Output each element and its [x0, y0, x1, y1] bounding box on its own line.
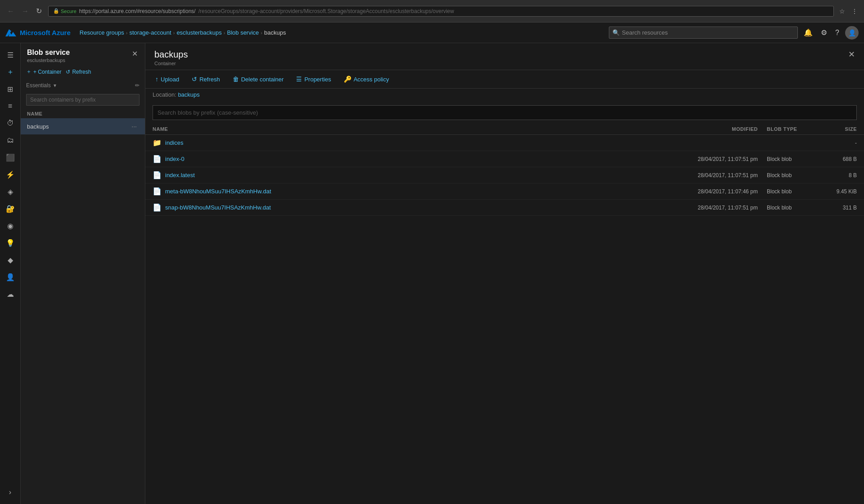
blob-row[interactable]: 📁 indices - [145, 135, 864, 151]
address-bar[interactable]: 🔒 Secure https://portal.azure.com/#resou… [48, 6, 834, 17]
essentials-edit-icon[interactable]: ✏ [135, 82, 140, 89]
blob-search-input[interactable] [153, 105, 857, 120]
blob-row[interactable]: 📄 index.latest 28/04/2017, 11:07:51 pm B… [145, 167, 864, 183]
azure-logo: Microsoft Azure [5, 29, 71, 36]
breadcrumb-esclusterbackups[interactable]: esclusterbackups [176, 29, 221, 36]
content-close-button[interactable]: ✕ [848, 49, 855, 59]
sidebar-dashboard-icon[interactable]: ⊞ [2, 81, 18, 97]
delete-icon: 🗑 [233, 76, 239, 83]
upload-button[interactable]: ↑ Upload [153, 74, 182, 85]
file-icon: 📄 [153, 187, 162, 196]
blob-name-text: meta-bW8NhouMSuu7IHSAzKmhHw.dat [165, 188, 271, 195]
container-name: backups [27, 123, 49, 130]
panel-refresh-button[interactable]: ↺ Refresh [66, 67, 91, 76]
panel-toolbar: ＋ + Container ↺ Refresh [21, 67, 145, 80]
sidebar-devops-icon[interactable]: ◆ [2, 252, 18, 268]
properties-icon: ☰ [296, 76, 302, 83]
breadcrumb-storage-account[interactable]: storage-account [129, 29, 171, 36]
sidebar-security-icon[interactable]: 🔐 [2, 201, 18, 217]
sidebar-allservices-icon[interactable]: ≡ [2, 98, 18, 114]
search-resources-input[interactable] [609, 27, 798, 39]
avatar[interactable]: 👤 [845, 26, 859, 40]
sidebar-advisor-icon[interactable]: 💡 [2, 235, 18, 251]
content-refresh-button[interactable]: ↺ Refresh [189, 74, 223, 85]
location-bar: Location: backups [145, 89, 864, 102]
help-button[interactable]: ? [833, 27, 842, 39]
secure-badge: 🔒 Secure [53, 8, 76, 14]
blob-row-name: 📄 meta-bW8NhouMSuu7IHSAzKmhHw.dat [153, 187, 663, 196]
sidebar-appservices-icon[interactable]: ⬛ [2, 149, 18, 165]
browser-chrome: ← → ↻ 🔒 Secure https://portal.azure.com/… [0, 0, 864, 22]
file-icon: 📄 [153, 171, 162, 179]
sidebar-functions-icon[interactable]: ⚡ [2, 166, 18, 183]
panel-title-block: Blob service esclusterbackups [27, 49, 70, 63]
blob-row-name: 📁 indices [153, 138, 663, 147]
left-panel-header: Blob service esclusterbackups ✕ [21, 43, 145, 67]
sidebar-monitor-icon[interactable]: ◉ [2, 218, 18, 234]
url-short: https://portal.azure.com/#resource/subsc… [79, 8, 196, 14]
main-layout: ☰ ＋ ⊞ ≡ ⏱ 🗂 ⬛ ⚡ ◈ 🔐 ◉ 💡 ◆ 👤 ☁ › Blob ser… [0, 43, 864, 504]
sidebar-create-icon[interactable]: ＋ [2, 64, 18, 80]
add-container-button[interactable]: ＋ + Container [26, 67, 61, 77]
blob-row-modified: 28/04/2017, 11:07:46 pm [663, 188, 767, 195]
sidebar-recent-icon[interactable]: ⏱ [2, 115, 18, 131]
search-container [21, 92, 145, 109]
col-header-modified: MODIFIED [663, 126, 767, 132]
access-policy-button[interactable]: 🔑 Access policy [341, 74, 392, 85]
blob-row-size: 9.45 KiB [821, 188, 857, 195]
sidebar-icons: ☰ ＋ ⊞ ≡ ⏱ 🗂 ⬛ ⚡ ◈ 🔐 ◉ 💡 ◆ 👤 ☁ › [0, 43, 21, 504]
blob-row-name: 📄 index.latest [153, 171, 663, 179]
blob-row-type: Block blob [767, 188, 821, 195]
left-panel: Blob service esclusterbackups ✕ ＋ + Cont… [21, 43, 145, 504]
blob-row-size: 8 B [821, 172, 857, 178]
breadcrumb-blob-service[interactable]: Blob service [227, 29, 259, 36]
notifications-button[interactable]: 🔔 [801, 26, 815, 39]
refresh-icon: ↺ [66, 69, 70, 75]
main-content: backups Container ✕ ↑ Upload ↺ Refresh 🗑… [145, 43, 864, 504]
sidebar-user-icon[interactable]: 👤 [2, 269, 18, 285]
top-nav: Microsoft Azure Resource groups › storag… [0, 22, 864, 43]
container-search-input[interactable] [26, 94, 140, 106]
forward-button[interactable]: → [19, 5, 32, 17]
breadcrumb: Resource groups › storage-account › escl… [80, 29, 609, 36]
blob-row[interactable]: 📄 meta-bW8NhouMSuu7IHSAzKmhHw.dat 28/04/… [145, 183, 864, 200]
container-more-button[interactable]: ··· [130, 122, 139, 131]
properties-button[interactable]: ☰ Properties [293, 74, 333, 85]
panel-close-button[interactable]: ✕ [131, 49, 139, 59]
menu-button[interactable]: ⋮ [850, 6, 860, 17]
sidebar-menu-icon[interactable]: ☰ [2, 47, 18, 63]
sidebar-resourcegroups-icon[interactable]: 🗂 [2, 132, 18, 148]
blob-name-text: snap-bW8NhouMSuu7IHSAzKmhHw.dat [165, 204, 271, 211]
sidebar-expand-icon[interactable]: › [2, 484, 18, 500]
location-link[interactable]: backups [178, 91, 199, 98]
blob-row-modified: 28/04/2017, 11:07:51 pm [663, 156, 767, 162]
browser-actions: ☆ ⋮ [837, 6, 860, 17]
delete-container-button[interactable]: 🗑 Delete container [230, 74, 287, 85]
sidebar-storage-icon[interactable]: ◈ [2, 183, 18, 200]
container-item-backups[interactable]: backups ··· [21, 118, 145, 134]
add-icon: ＋ [26, 68, 32, 76]
sidebar-cloud-icon[interactable]: ☁ [2, 286, 18, 302]
azure-logo-text: Microsoft Azure [20, 29, 71, 36]
settings-button[interactable]: ⚙ [819, 26, 829, 39]
breadcrumb-resource-groups[interactable]: Resource groups [80, 29, 124, 36]
url-full: /resourceGroups/storage-account/provider… [198, 8, 829, 14]
blob-search [145, 102, 864, 124]
top-nav-right: 🔍 🔔 ⚙ ? 👤 [609, 26, 859, 40]
star-button[interactable]: ☆ [837, 6, 847, 17]
list-header-name: NAME [27, 111, 139, 116]
blob-row[interactable]: 📄 index-0 28/04/2017, 11:07:51 pm Block … [145, 151, 864, 167]
refresh-icon2: ↺ [192, 76, 197, 83]
blob-row-modified: 28/04/2017, 11:07:51 pm [663, 205, 767, 211]
back-button[interactable]: ← [4, 5, 17, 17]
essentials-bar[interactable]: Essentials ▾ ✏ [21, 80, 145, 92]
content-subtitle: Container [154, 61, 188, 66]
blob-row-type: Block blob [767, 156, 821, 162]
content-header-left: backups Container [154, 49, 188, 66]
reload-button[interactable]: ↻ [33, 5, 45, 17]
access-policy-icon: 🔑 [344, 76, 351, 83]
container-list: backups ··· [21, 118, 145, 504]
panel-title: Blob service [27, 49, 70, 57]
blob-row-modified: 28/04/2017, 11:07:51 pm [663, 172, 767, 178]
blob-row[interactable]: 📄 snap-bW8NhouMSuu7IHSAzKmhHw.dat 28/04/… [145, 200, 864, 216]
